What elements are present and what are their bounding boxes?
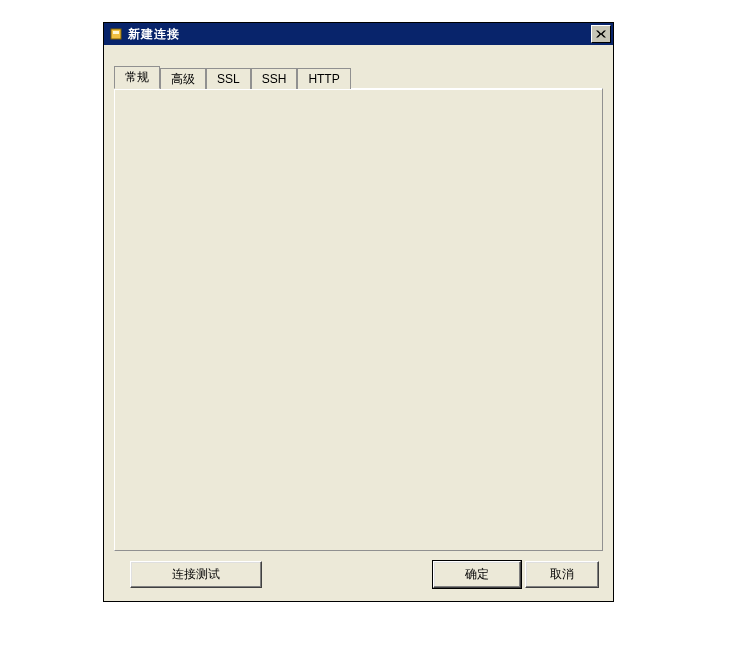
tab-ssl[interactable]: SSL	[206, 68, 251, 89]
tabs: 常规 高级 SSL SSH HTTP	[114, 67, 351, 88]
svg-rect-1	[113, 31, 119, 34]
titlebar[interactable]: 新建连接	[104, 23, 613, 45]
button-label: 取消	[550, 566, 574, 583]
tab-advanced[interactable]: 高级	[160, 68, 206, 89]
tab-http[interactable]: HTTP	[297, 68, 350, 89]
test-connection-button[interactable]: 连接测试	[130, 561, 262, 588]
cancel-button[interactable]: 取消	[525, 561, 599, 588]
tab-content	[114, 88, 603, 551]
button-bar: 连接测试 确定 取消	[114, 561, 603, 589]
tab-label: 高级	[171, 72, 195, 86]
window-title: 新建连接	[128, 26, 180, 43]
button-label: 连接测试	[172, 566, 220, 583]
new-connection-dialog: 新建连接 常规 高级 SSL SSH	[103, 22, 614, 602]
button-label: 确定	[465, 566, 489, 583]
tab-label: SSL	[217, 72, 240, 86]
app-icon	[108, 26, 124, 42]
tab-general[interactable]: 常规	[114, 66, 160, 89]
tab-label: 常规	[125, 70, 149, 84]
ok-button[interactable]: 确定	[433, 561, 521, 588]
tab-label: SSH	[262, 72, 287, 86]
close-button[interactable]	[591, 25, 611, 43]
client-area: 常规 高级 SSL SSH HTTP 连	[104, 45, 613, 601]
tab-label: HTTP	[308, 72, 339, 86]
tab-ssh[interactable]: SSH	[251, 68, 298, 89]
